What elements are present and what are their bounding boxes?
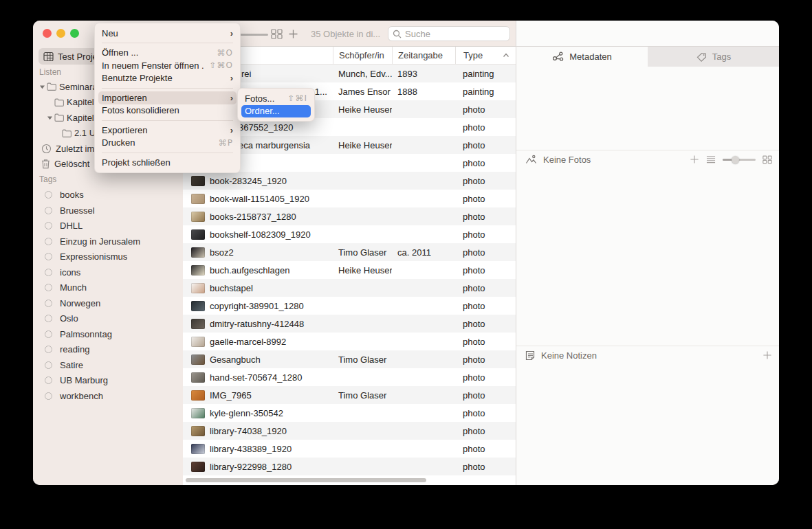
submenu-shortcut: ⇧⌘I — [287, 93, 307, 103]
row-name-label: book-283245_1920 — [210, 176, 287, 186]
table-row-img-7965[interactable]: IMG_7965Timo Glaserphoto — [183, 386, 516, 404]
sidebar-tag-icons[interactable]: icons — [33, 264, 183, 280]
sidebar-tag-ub-marburg[interactable]: UB Marburg — [33, 373, 183, 389]
cell-date: ca. 2011 — [392, 247, 455, 258]
zoom-window-button[interactable] — [70, 29, 79, 38]
table-row-hand-set-705674-1280[interactable]: hand-set-705674_1280photo — [183, 368, 516, 386]
cell-type: photo — [455, 229, 516, 240]
menu-item-in-neuem-fenster-ffnen[interactable]: In neuem Fenster öffnen ...⇧⌘O — [95, 59, 240, 72]
horizontal-scrollbar[interactable] — [186, 478, 426, 482]
table-row-gaelle-marcel-8992[interactable]: gaelle-marcel-8992photo — [183, 333, 516, 350]
table-row-books-2158737-1280[interactable]: books-2158737_1280photo — [183, 207, 516, 225]
cell-name: bookshelf-1082309_1920 — [183, 229, 333, 240]
menu-item-projekt-schlie-en[interactable]: Projekt schließen — [95, 156, 240, 169]
table-row-book-wall-1151405-1920[interactable]: book-wall-1151405_1920photo — [183, 190, 516, 207]
row-thumbnail — [191, 301, 205, 311]
cell-creator: James Ensor — [333, 87, 392, 97]
tab-metadaten[interactable]: Metadaten — [516, 47, 648, 67]
sidebar-tag-expressionismus[interactable]: Expressionismus — [33, 249, 183, 265]
row-name-label: book-wall-1151405_1920 — [210, 194, 309, 204]
table-row-library-922998-1280[interactable]: library-922998_1280photo — [183, 458, 516, 475]
column-header-schoepfer[interactable]: Schöpfer/in — [333, 47, 392, 64]
tag-circle-icon — [45, 269, 52, 276]
menu-item-importieren[interactable]: Importieren› — [98, 91, 237, 104]
table-row-kyle-glenn-350542[interactable]: kyle-glenn-350542photo — [183, 404, 516, 422]
table-row-gesangbuch[interactable]: GesangbuchTimo Glaserphoto — [183, 350, 516, 368]
project-icon — [43, 52, 54, 62]
sidebar-tag-books[interactable]: books — [33, 188, 183, 203]
search-icon — [393, 30, 402, 38]
tab-tags[interactable]: Tags — [648, 47, 779, 67]
disclosure-triangle-icon[interactable] — [47, 115, 54, 121]
table-row-library-438389-1920[interactable]: library-438389_1920photo — [183, 440, 516, 458]
sidebar-tag-dhll[interactable]: DHLL — [33, 218, 183, 234]
sidebar-tag-norwegen[interactable]: Norwegen — [33, 295, 183, 311]
menu-item-exportieren[interactable]: Exportieren› — [95, 124, 240, 137]
tag-label: UB Marburg — [60, 375, 108, 385]
tag-circle-icon — [45, 376, 52, 384]
column-header-type[interactable]: Type — [455, 47, 516, 64]
cell-name: hand-set-705674_1280 — [183, 372, 333, 383]
add-note-button[interactable] — [762, 350, 772, 360]
menu-item-benutzte-projekte[interactable]: Benutzte Projekte› — [95, 72, 240, 85]
menu-item-label: Neu — [102, 28, 225, 38]
row-thumbnail — [191, 265, 205, 275]
column-header-zeitangabe[interactable]: Zeitangabe — [392, 47, 455, 64]
table-row-copyright-389901-1280[interactable]: copyright-389901_1280photo — [183, 297, 516, 315]
menu-item-drucken[interactable]: Drucken⌘P — [95, 137, 240, 150]
row-name-label: gaelle-marcel-8992 — [210, 337, 286, 347]
sidebar-tag-workbench[interactable]: workbench — [33, 388, 183, 404]
sidebar-tag-einzug-in-jerusalem[interactable]: Einzug in Jerusalem — [33, 234, 183, 249]
sidebar-tag-munch[interactable]: Munch — [33, 280, 183, 296]
grid-view-small-icon[interactable] — [762, 155, 772, 164]
tag-label: Bruessel — [60, 205, 95, 216]
menu-separator — [102, 153, 233, 153]
menu-item-label: Exportieren — [102, 125, 225, 135]
table-row-buch-aufgeschlagen[interactable]: buch.aufgeschlagenHeike Heuserphoto — [183, 261, 516, 279]
menu-item-neu[interactable]: Neu› — [95, 27, 240, 40]
list-view-icon[interactable] — [706, 155, 716, 164]
table-row-bookshelf-1082309-1920[interactable]: bookshelf-1082309_1920photo — [183, 225, 516, 243]
menu-shortcut: ⇧⌘O — [210, 60, 234, 70]
menu-item-fotos-konsolidieren[interactable]: Fotos konsolidieren — [95, 104, 240, 117]
add-object-button[interactable] — [288, 29, 298, 42]
sidebar-tag-satire[interactable]: Satire — [33, 357, 183, 373]
minimize-window-button[interactable] — [56, 29, 65, 38]
notes-section-header: Keine Notizen — [516, 346, 779, 364]
slider-knob[interactable] — [732, 156, 739, 164]
sidebar-tag-oslo[interactable]: Oslo — [33, 311, 183, 327]
tag-circle-icon — [45, 222, 52, 229]
submenu-item-ordner[interactable]: Ordner... — [241, 105, 311, 118]
cell-type: photo — [455, 140, 516, 150]
row-name-label: Gesangbuch — [210, 354, 261, 365]
search-input[interactable] — [405, 29, 501, 39]
cell-creator: Timo Glaser — [333, 390, 392, 401]
search-field[interactable] — [388, 26, 510, 41]
tag-label: Expressionismus — [60, 251, 127, 262]
sidebar-tag-reading[interactable]: reading — [33, 342, 183, 358]
table-row-dmitry-ratushny-412448[interactable]: dmitry-ratushny-412448photo — [183, 315, 516, 333]
inspector-tabs: Metadaten Tags — [516, 47, 779, 67]
grid-view-icon[interactable] — [271, 29, 283, 42]
disclosure-triangle-icon[interactable] — [39, 84, 47, 90]
menu-separator — [102, 43, 233, 43]
table-row-library-74038-1920[interactable]: library-74038_1920photo — [183, 422, 516, 440]
table-row-buchstapel[interactable]: buchstapelphoto — [183, 279, 516, 297]
close-window-button[interactable] — [43, 29, 52, 38]
cell-type: photo — [455, 390, 516, 401]
cell-creator: Munch, Edv... — [333, 69, 392, 79]
row-thumbnail — [191, 176, 205, 186]
sidebar-tag-bruessel[interactable]: Bruessel — [33, 203, 183, 218]
tag-label: DHLL — [60, 221, 83, 231]
submenu-item-fotos[interactable]: Fotos...⇧⌘I — [238, 92, 314, 105]
tag-label: Palmsonntag — [60, 329, 112, 339]
table-row-bsoz2[interactable]: bsoz2Timo Glaserca. 2011photo — [183, 243, 516, 261]
tag-circle-icon — [45, 284, 52, 291]
photo-size-slider[interactable] — [723, 155, 756, 164]
menu-item-ffnen[interactable]: Öffnen ...⌘O — [95, 47, 240, 60]
cell-type: photo — [455, 462, 516, 472]
table-row-book-283245-1920[interactable]: book-283245_1920photo — [183, 172, 516, 190]
object-count-label: 35 Objekte in di... — [311, 29, 380, 39]
add-photo-button[interactable] — [690, 155, 699, 164]
sidebar-tag-palmsonntag[interactable]: Palmsonntag — [33, 326, 183, 342]
